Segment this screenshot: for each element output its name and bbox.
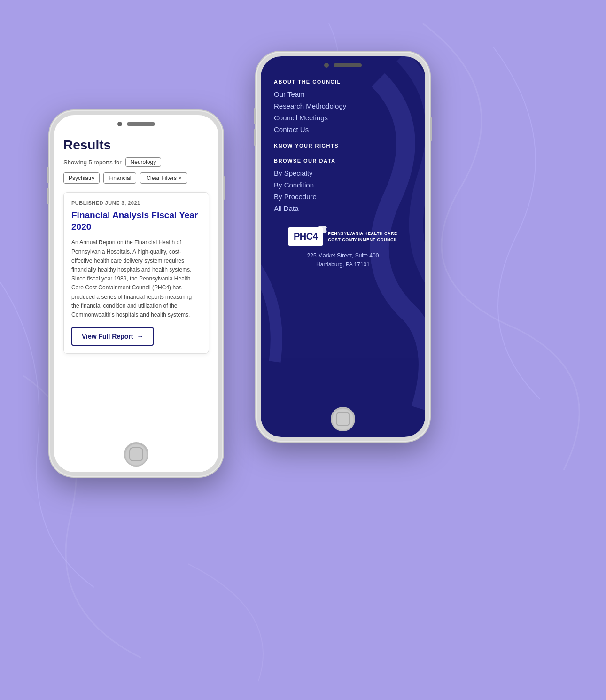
org-name-line1: PENNSYLVANIA HEALTH CARE bbox=[328, 231, 398, 237]
phone-left: Results Showing 5 reports for Neurology … bbox=[49, 110, 223, 477]
about-council-heading: ABOUT THE COUNCIL bbox=[274, 79, 412, 85]
nav-link-contact-us[interactable]: Contact Us bbox=[274, 125, 412, 133]
nav-link-by-procedure[interactable]: By Procedure bbox=[274, 193, 412, 201]
view-report-label: View Full Report bbox=[82, 333, 133, 340]
power-button-right bbox=[430, 117, 432, 141]
phone-top-bar bbox=[54, 115, 218, 126]
report-description: An Annual Report on the Financial Health… bbox=[71, 238, 201, 319]
front-camera bbox=[117, 122, 122, 126]
report-title: Financial Analysis Fiscal Year 2020 bbox=[71, 210, 201, 233]
nav-link-all-data[interactable]: All Data bbox=[274, 204, 412, 212]
report-card: PUBLISHED June 3, 2021 Financial Analysi… bbox=[63, 192, 209, 354]
filters-row: Psychiatry Financial Clear Filters × bbox=[63, 172, 209, 184]
home-button-inner-right bbox=[336, 412, 350, 426]
organization-logo: PHC4 PENNSYLVANIA HEALTH CARE COST CONTA… bbox=[274, 227, 412, 269]
clear-filters-button[interactable]: Clear Filters × bbox=[140, 172, 187, 184]
nav-link-by-specialty[interactable]: By Specialty bbox=[274, 169, 412, 177]
phone-screen-left: Results Showing 5 reports for Neurology … bbox=[54, 115, 218, 472]
volume-up-button bbox=[47, 167, 49, 183]
address-line1: 225 Market Street, Suite 400 bbox=[307, 251, 379, 260]
phc4-org-name: PENNSYLVANIA HEALTH CARE COST CONTAINMEN… bbox=[328, 231, 398, 242]
speaker-grill bbox=[127, 122, 155, 126]
home-button-right[interactable] bbox=[331, 407, 355, 431]
psychiatry-filter[interactable]: Psychiatry bbox=[63, 172, 100, 184]
published-date: PUBLISHED June 3, 2021 bbox=[71, 200, 201, 206]
volume-down-button-right bbox=[254, 129, 256, 146]
power-button bbox=[224, 176, 225, 200]
nav-link-by-condition[interactable]: By Condition bbox=[274, 181, 412, 189]
phone-right: ABOUT THE COUNCIL Our Team Research Meth… bbox=[256, 52, 430, 442]
org-address: 225 Market Street, Suite 400 Harrisburg,… bbox=[307, 251, 379, 269]
arrow-icon: → bbox=[137, 333, 143, 340]
showing-label: Showing 5 reports for bbox=[63, 159, 122, 166]
financial-filter[interactable]: Financial bbox=[103, 172, 136, 184]
know-your-rights-heading: KNOW YOUR RIGHTS bbox=[274, 143, 412, 148]
phc4-logo: PHC4 PENNSYLVANIA HEALTH CARE COST CONTA… bbox=[288, 227, 398, 246]
home-button-left[interactable] bbox=[124, 442, 148, 467]
phone-top-bar-right bbox=[261, 56, 425, 68]
results-heading: Results bbox=[63, 138, 209, 153]
nav-menu: ABOUT THE COUNCIL Our Team Research Meth… bbox=[261, 56, 425, 279]
pa-state-shape bbox=[318, 226, 327, 233]
nav-link-our-team[interactable]: Our Team bbox=[274, 90, 412, 98]
speaker-grill-right bbox=[334, 63, 362, 67]
address-line2: Harrisburg, PA 17101 bbox=[307, 260, 379, 269]
front-camera-right bbox=[324, 63, 329, 68]
nav-link-council-meetings[interactable]: Council Meetings bbox=[274, 114, 412, 122]
showing-line: Showing 5 reports for Neurology bbox=[63, 157, 209, 167]
neurology-tag[interactable]: Neurology bbox=[125, 157, 162, 167]
view-full-report-button[interactable]: View Full Report → bbox=[71, 327, 154, 346]
browse-our-data-heading: BROWSE OUR DATA bbox=[274, 158, 412, 163]
phone-screen-right: ABOUT THE COUNCIL Our Team Research Meth… bbox=[261, 56, 425, 437]
volume-up-button-right bbox=[254, 108, 256, 124]
home-button-inner bbox=[129, 447, 143, 461]
volume-down-button bbox=[47, 188, 49, 204]
org-name-line2: COST CONTAINMENT COUNCIL bbox=[328, 237, 398, 243]
phc4-badge-container: PHC4 bbox=[288, 227, 323, 246]
nav-link-research-methodology[interactable]: Research Methodology bbox=[274, 102, 412, 110]
phc4-badge-label: PHC4 bbox=[294, 231, 318, 241]
